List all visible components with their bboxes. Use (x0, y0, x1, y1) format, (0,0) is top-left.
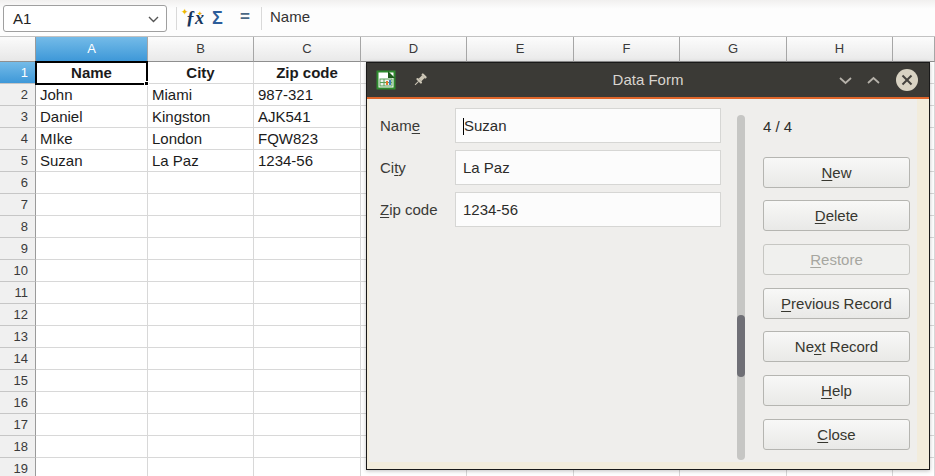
cell-C1[interactable]: Zip code (254, 62, 361, 84)
field-input-city[interactable]: La Paz (455, 150, 721, 185)
cell-C10[interactable] (254, 260, 361, 282)
cell-A3[interactable]: Daniel (36, 106, 148, 128)
cell-A2[interactable]: John (36, 84, 148, 106)
cell-C13[interactable] (254, 326, 361, 348)
cell-C8[interactable] (254, 216, 361, 238)
shade-up-icon[interactable] (866, 76, 881, 85)
formula-icon[interactable]: = (240, 4, 250, 30)
delete-button[interactable]: Delete (763, 200, 910, 231)
row-header-2[interactable]: 2 (0, 84, 36, 106)
row-header-18[interactable]: 18 (0, 436, 36, 458)
row-header-14[interactable]: 14 (0, 348, 36, 370)
cell-A17[interactable] (36, 414, 148, 436)
column-header-b[interactable]: B (148, 37, 254, 62)
cell-A6[interactable] (36, 172, 148, 194)
scrollbar-thumb[interactable] (737, 315, 745, 377)
row-header-13[interactable]: 13 (0, 326, 36, 348)
cell-C15[interactable] (254, 370, 361, 392)
cell-B4[interactable]: London (148, 128, 254, 150)
fill-handle[interactable] (144, 81, 149, 86)
cell-C12[interactable] (254, 304, 361, 326)
cell-B16[interactable] (148, 392, 254, 414)
cell-A5[interactable]: Suzan (36, 150, 148, 172)
cell-C5[interactable]: 1234-56 (254, 150, 361, 172)
sum-icon[interactable]: Σ (212, 5, 223, 31)
cell-A10[interactable] (36, 260, 148, 282)
form-scrollbar[interactable] (737, 115, 745, 460)
cell-A13[interactable] (36, 326, 148, 348)
cell-B2[interactable]: Miami (148, 84, 254, 106)
cell-B18[interactable] (148, 436, 254, 458)
row-header-19[interactable]: 19 (0, 458, 36, 476)
row-header-3[interactable]: 3 (0, 106, 36, 128)
function-wizard-icon[interactable]: ✦ ✦ ƒx (182, 5, 208, 31)
select-all-corner[interactable] (0, 37, 36, 62)
cell-C2[interactable]: 987-321 (254, 84, 361, 106)
column-header-c[interactable]: C (254, 37, 361, 62)
row-header-7[interactable]: 7 (0, 194, 36, 216)
help-button[interactable]: Help (763, 375, 910, 406)
column-header-e[interactable]: E (467, 37, 574, 62)
cell-A9[interactable] (36, 238, 148, 260)
row-header-9[interactable]: 9 (0, 238, 36, 260)
cell-A11[interactable] (36, 282, 148, 304)
cell-B10[interactable] (148, 260, 254, 282)
cell-B11[interactable] (148, 282, 254, 304)
column-header-d[interactable]: D (361, 37, 467, 62)
cell-A18[interactable] (36, 436, 148, 458)
cell-B12[interactable] (148, 304, 254, 326)
row-header-16[interactable]: 16 (0, 392, 36, 414)
close-button[interactable]: Close (763, 419, 910, 450)
cell-C16[interactable] (254, 392, 361, 414)
cell-B19[interactable] (148, 458, 254, 476)
cell-C3[interactable]: AJK541 (254, 106, 361, 128)
cell-A4[interactable]: MIke (36, 128, 148, 150)
column-header-f[interactable]: F (574, 37, 680, 62)
field-input-zip-code[interactable]: 1234-56 (455, 192, 721, 227)
cell-C17[interactable] (254, 414, 361, 436)
cell-B1[interactable]: City (148, 62, 254, 84)
cell-B7[interactable] (148, 194, 254, 216)
cell-A14[interactable] (36, 348, 148, 370)
cell-B8[interactable] (148, 216, 254, 238)
cell-A8[interactable] (36, 216, 148, 238)
cell-C9[interactable] (254, 238, 361, 260)
cell-A7[interactable] (36, 194, 148, 216)
row-header-15[interactable]: 15 (0, 370, 36, 392)
row-header-6[interactable]: 6 (0, 172, 36, 194)
cell-C7[interactable] (254, 194, 361, 216)
new-button[interactable]: New (763, 157, 910, 188)
field-input-name[interactable]: Suzan (455, 108, 721, 143)
previous-record-button[interactable]: Previous Record (763, 288, 910, 319)
row-header-1[interactable]: 1 (0, 62, 36, 84)
row-header-8[interactable]: 8 (0, 216, 36, 238)
column-header-h[interactable]: H (787, 37, 893, 62)
row-header-12[interactable]: 12 (0, 304, 36, 326)
cell-A15[interactable] (36, 370, 148, 392)
next-record-button[interactable]: Next Record (763, 331, 910, 362)
formula-input[interactable]: Name (270, 8, 310, 25)
cell-C6[interactable] (254, 172, 361, 194)
close-icon[interactable] (896, 69, 918, 91)
cell-C14[interactable] (254, 348, 361, 370)
dialog-titlebar[interactable]: Data Form (367, 63, 929, 97)
cell-C4[interactable]: FQW823 (254, 128, 361, 150)
cell-B3[interactable]: Kingston (148, 106, 254, 128)
cell-C11[interactable] (254, 282, 361, 304)
cell-B6[interactable] (148, 172, 254, 194)
cell-C18[interactable] (254, 436, 361, 458)
shade-down-icon[interactable] (838, 76, 853, 85)
name-box[interactable]: A1 (3, 5, 167, 32)
cell-B9[interactable] (148, 238, 254, 260)
row-header-4[interactable]: 4 (0, 128, 36, 150)
row-header-11[interactable]: 11 (0, 282, 36, 304)
row-header-10[interactable]: 10 (0, 260, 36, 282)
column-header-g[interactable]: G (680, 37, 787, 62)
row-header-17[interactable]: 17 (0, 414, 36, 436)
cell-B17[interactable] (148, 414, 254, 436)
cell-B13[interactable] (148, 326, 254, 348)
cell-C19[interactable] (254, 458, 361, 476)
cell-A16[interactable] (36, 392, 148, 414)
cell-B15[interactable] (148, 370, 254, 392)
cell-B14[interactable] (148, 348, 254, 370)
